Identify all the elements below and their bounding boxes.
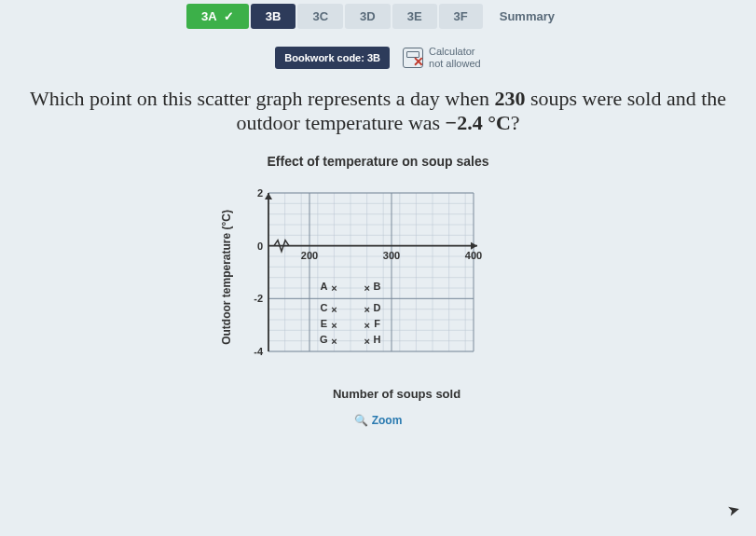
svg-text:2: 2 <box>256 187 262 199</box>
x-axis-label: Number of soups sold <box>257 387 537 401</box>
svg-text:H: H <box>373 334 380 345</box>
tab-3a[interactable]: 3A ✓ <box>186 4 249 29</box>
calc-line1: Calculator <box>429 46 481 58</box>
svg-text:200: 200 <box>300 250 317 261</box>
svg-text:×: × <box>331 320 337 331</box>
tab-label: 3A <box>201 9 216 23</box>
y-axis-label: Outdoor temperature (°C) <box>220 210 233 345</box>
svg-text:B: B <box>373 281 380 292</box>
svg-text:×: × <box>364 320 369 331</box>
svg-text:×: × <box>331 282 337 294</box>
cursor-icon: ➤ <box>725 501 741 521</box>
svg-text:F: F <box>374 318 380 329</box>
tab-3b[interactable]: 3B <box>251 4 296 29</box>
bookwork-badge: Bookwork code: 3B <box>275 47 390 69</box>
tab-3f[interactable]: 3F <box>439 4 483 29</box>
svg-text:×: × <box>331 336 337 347</box>
tab-3c[interactable]: 3C <box>297 4 343 29</box>
svg-text:×: × <box>331 304 337 315</box>
tab-summary[interactable]: Summary <box>485 4 570 29</box>
tab-3d[interactable]: 3D <box>345 4 391 29</box>
svg-text:-2: -2 <box>254 294 263 305</box>
tab-3e[interactable]: 3E <box>392 4 437 29</box>
question-text: Which point on this scatter graph repres… <box>0 87 756 135</box>
svg-text:×: × <box>364 282 369 294</box>
zoom-button[interactable]: 🔍Zoom <box>0 414 756 427</box>
svg-text:×: × <box>364 304 369 315</box>
svg-text:0: 0 <box>256 241 262 252</box>
zoom-icon: 🔍 <box>354 414 368 427</box>
svg-text:×: × <box>364 336 369 347</box>
svg-text:D: D <box>373 302 380 313</box>
calc-line2: not allowed <box>429 58 481 70</box>
question-tabs: 3A ✓ 3B 3C 3D 3E 3F Summary <box>0 0 756 29</box>
svg-text:E: E <box>320 318 326 329</box>
chart-title: Effect of temperature on soup sales <box>220 154 537 169</box>
check-icon: ✓ <box>224 9 234 23</box>
svg-text:300: 300 <box>382 250 399 261</box>
cross-icon: ✕ <box>413 54 424 69</box>
meta-row: Bookwork code: 3B ✕ Calculator not allow… <box>0 46 756 70</box>
chart-container: Effect of temperature on soup sales Outd… <box>220 154 537 401</box>
calculator-icon: ✕ <box>403 48 423 68</box>
scatter-plot[interactable]: 200300400-4-202×A×B×C×D×E×F×G×H <box>241 184 483 370</box>
calculator-status: ✕ Calculator not allowed <box>403 46 481 70</box>
svg-text:A: A <box>320 281 327 292</box>
svg-text:C: C <box>320 302 327 313</box>
svg-text:400: 400 <box>464 250 481 261</box>
svg-text:-4: -4 <box>254 346 264 357</box>
svg-text:G: G <box>320 334 328 345</box>
